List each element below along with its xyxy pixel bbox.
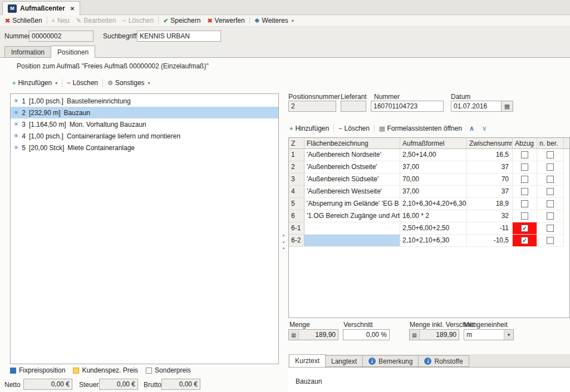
calendar-button[interactable]: ▦ <box>502 101 513 112</box>
nber-checkbox[interactable] <box>547 151 554 158</box>
detail-nummer-field[interactable]: 160701104723 <box>371 101 444 112</box>
abzug-checkbox[interactable] <box>521 176 528 183</box>
measure-table-row[interactable]: 1'Außenbereich Nordseite'2,50+14,0016,5 <box>289 149 569 161</box>
position-number: 2 <box>22 109 26 117</box>
measure-add-button[interactable]: + Hinzufügen <box>286 123 332 134</box>
more-button[interactable]: ❖ Weiteres ▾ <box>251 16 297 26</box>
position-list[interactable]: ✳1[1,00 psch.]Baustelleneinrichtung✳2[23… <box>10 93 279 364</box>
new-button[interactable]: + Neu <box>48 16 73 26</box>
cell-flaechenbezeichnung[interactable]: 'Absperrung im Gelände' 'EG B <box>304 198 400 210</box>
column-header-aufmassformel[interactable]: Aufmaßformel <box>400 138 467 148</box>
menge-field[interactable]: ▦ 189,90 <box>288 329 338 340</box>
calculator-icon[interactable]: ▦ <box>410 330 420 340</box>
position-list-item[interactable]: ✳5[20,00 Stck]Miete Containeranlage <box>11 142 278 153</box>
tab-positionen[interactable]: Positionen <box>51 46 95 58</box>
cell-flaechenbezeichnung[interactable]: 'Außenbereich Ostseite' <box>304 161 400 173</box>
menge-inkl-field[interactable]: ▦ 189,90 <box>409 329 459 340</box>
chevron-down-icon[interactable]: ▾ <box>504 330 513 340</box>
measure-table-row[interactable]: 5'Absperrung im Gelände' 'EG B2,10+6,30+… <box>289 198 569 210</box>
tab-information[interactable]: Information <box>4 46 51 58</box>
edit-button[interactable]: ✎ Bearbeiten <box>73 16 119 26</box>
abzug-checkbox[interactable] <box>521 151 528 158</box>
tab-close-icon[interactable]: ✕ <box>70 6 75 12</box>
column-header-z[interactable]: Z <box>289 138 304 148</box>
cell-flaechenbezeichnung[interactable]: 'Außenbereich Südseite' <box>304 173 400 186</box>
verschnitt-field[interactable]: 0,00 % <box>343 329 390 340</box>
nber-checkbox[interactable] <box>547 188 554 195</box>
cell-aufmassformel[interactable]: 2,10+6,30+4,20+6,30 <box>400 198 467 210</box>
tab-kurztext[interactable]: Kurztext <box>289 354 326 367</box>
position-other-button[interactable]: ⚙ Sonstiges ▾ <box>104 78 154 88</box>
measure-table-row[interactable]: 6-22,10+2,10+6,30-10,5✓ <box>289 235 569 247</box>
tab-rohstoffe[interactable]: iRohstoffe <box>418 355 469 367</box>
move-up-button[interactable]: ∧ <box>465 125 478 132</box>
abzug-checkbox[interactable] <box>521 200 528 207</box>
nummer-input[interactable]: 00000002 <box>29 31 94 42</box>
legend-sonderpreis[interactable]: Sonderpreis <box>146 366 199 374</box>
measure-table-row[interactable]: 3'Außenbereich Südseite'70,0070 <box>289 173 569 186</box>
document-tab-aufmasscenter[interactable]: M Aufmaßcenter ✕ <box>2 1 80 15</box>
abzug-checkbox[interactable] <box>521 212 528 220</box>
move-down-button[interactable]: ∨ <box>478 125 491 132</box>
positionsnummer-field[interactable]: 2 <box>288 101 336 112</box>
cell-aufmassformel[interactable]: 70,00 <box>400 173 467 186</box>
column-header-flaechenbezeichnung[interactable]: Flächenbezeichnung <box>304 138 400 148</box>
position-delete-button[interactable]: − Löschen <box>63 78 101 88</box>
position-list-item[interactable]: ✳1[1,00 psch.]Baustelleneinrichtung <box>11 95 278 107</box>
abzug-checkbox[interactable] <box>521 163 528 171</box>
tab-langtext[interactable]: Langtext <box>325 355 363 367</box>
cell-aufmassformel[interactable]: 2,50+6,00+2,50 <box>400 222 467 235</box>
legend-kundenspez[interactable]: Kundenspez. Preis <box>73 366 146 374</box>
netto-field[interactable]: 0,00 € <box>23 379 72 390</box>
nber-checkbox[interactable] <box>547 212 554 220</box>
nber-checkbox[interactable] <box>547 200 554 207</box>
cell-aufmassformel[interactable]: 37,00 <box>400 186 467 198</box>
nber-checkbox[interactable] <box>547 225 554 232</box>
save-button[interactable]: ✔ Speichern <box>160 16 204 26</box>
brutto-field[interactable]: 0,00 € <box>161 379 200 390</box>
discard-button[interactable]: ✖ Verwerfen <box>204 16 248 26</box>
measure-table-row[interactable]: 4'Außenbereich Westseite'37,0037 <box>289 186 569 198</box>
measure-table-row[interactable]: 2'Außenbereich Ostseite'37,0037 <box>289 161 569 173</box>
calculator-icon[interactable]: ▦ <box>289 330 299 340</box>
position-item-icon: ✳ <box>13 97 18 105</box>
suchbegriff-input[interactable]: KENNIS URBAN <box>137 31 221 42</box>
mengeneinheit-dropdown[interactable]: m ▾ <box>464 329 514 340</box>
column-header-abzug[interactable]: Abzug <box>513 138 537 148</box>
lieferant-field[interactable] <box>341 101 366 112</box>
cell-zwischensumme: 37 <box>467 186 513 198</box>
cell-flaechenbezeichnung[interactable]: 'Außenbereich Nordseite' <box>304 149 400 161</box>
datum-field[interactable]: 01.07.2016 <box>451 101 502 112</box>
legend-fixpreis[interactable]: Fixpreisposition <box>10 366 73 374</box>
kurztext-editor[interactable]: Bauzaun <box>288 367 570 392</box>
cell-flaechenbezeichnung[interactable]: '1.OG Bereich Zugänge und Arbe <box>304 210 400 222</box>
column-header-nber[interactable]: n. ber. <box>537 138 564 148</box>
abzug-checkbox[interactable]: ✓ <box>521 225 528 232</box>
position-add-button[interactable]: + Hinzufügen ▾ <box>9 78 61 88</box>
measure-table-row[interactable]: 6-12,50+6,00+2,50-11✓ <box>289 222 569 235</box>
delete-button[interactable]: − Löschen <box>119 16 157 26</box>
cell-aufmassformel[interactable]: 2,50+14,00 <box>400 149 467 161</box>
nber-checkbox[interactable] <box>547 176 554 183</box>
close-button[interactable]: ✖ Schließen <box>2 16 46 26</box>
formula-assistant-button[interactable]: ▤ Formelassistenten öffnen <box>376 123 465 134</box>
measure-table-row[interactable]: 6'1.OG Bereich Zugänge und Arbe16,00 * 2… <box>289 210 569 222</box>
cell-aufmassformel[interactable]: 37,00 <box>400 161 467 173</box>
measure-delete-button[interactable]: − Löschen <box>335 123 373 134</box>
cell-flaechenbezeichnung[interactable] <box>304 235 400 247</box>
nber-checkbox[interactable] <box>547 237 554 244</box>
cell-aufmassformel[interactable]: 2,10+2,10+6,30 <box>400 235 467 247</box>
position-list-item[interactable]: ✳2[232,90 m]Bauzaun <box>11 107 278 118</box>
panel-splitter[interactable] <box>281 235 286 249</box>
position-list-item[interactable]: ✳3[1.164,50 m]Mon. Vorhaltung Bauzaun <box>11 118 278 130</box>
steuer-field[interactable]: 0,00 € <box>99 379 138 390</box>
column-header-zwischensumme[interactable]: Zwischensumme <box>467 138 513 148</box>
cell-flaechenbezeichnung[interactable] <box>304 222 400 235</box>
abzug-checkbox[interactable] <box>521 188 528 195</box>
cell-aufmassformel[interactable]: 16,00 * 2 <box>400 210 467 222</box>
abzug-checkbox[interactable]: ✓ <box>521 237 528 244</box>
nber-checkbox[interactable] <box>547 163 554 171</box>
tab-bemerkung[interactable]: iBemerkung <box>362 355 419 367</box>
cell-flaechenbezeichnung[interactable]: 'Außenbereich Westseite' <box>304 186 400 198</box>
position-list-item[interactable]: ✳4[1,00 psch.]Containeranlage liefern un… <box>11 130 278 142</box>
